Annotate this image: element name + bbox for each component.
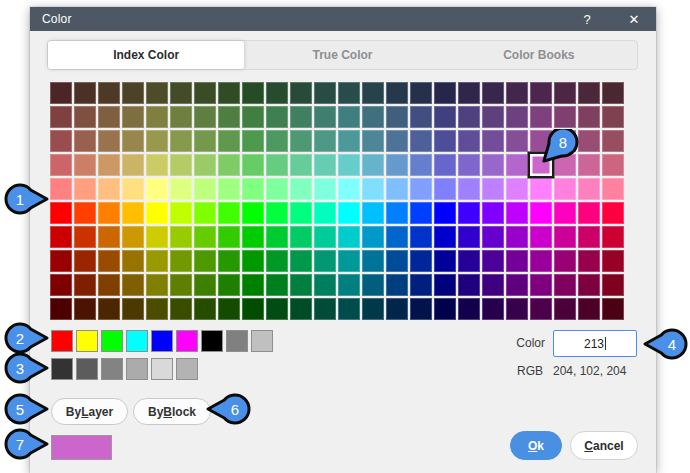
palette-swatch[interactable]	[146, 178, 168, 200]
palette-swatch[interactable]	[386, 82, 408, 104]
palette-swatch[interactable]	[122, 250, 144, 272]
palette-swatch[interactable]	[386, 298, 408, 320]
palette-swatch[interactable]	[434, 130, 456, 152]
palette-swatch[interactable]	[338, 82, 360, 104]
palette-swatch[interactable]	[338, 298, 360, 320]
palette-swatch[interactable]	[98, 178, 120, 200]
palette-swatch[interactable]	[578, 106, 600, 128]
palette-swatch[interactable]	[338, 274, 360, 296]
palette-swatch[interactable]	[602, 274, 624, 296]
color-index-input[interactable]: 213	[553, 330, 637, 357]
palette-swatch[interactable]	[266, 106, 288, 128]
palette-swatch[interactable]	[362, 178, 384, 200]
palette-swatch[interactable]	[554, 274, 576, 296]
palette-swatch[interactable]	[290, 130, 312, 152]
palette-swatch[interactable]	[266, 250, 288, 272]
palette-swatch[interactable]	[458, 226, 480, 248]
palette-swatch[interactable]	[50, 226, 72, 248]
palette-swatch[interactable]	[242, 178, 264, 200]
palette-swatch[interactable]	[50, 130, 72, 152]
palette-swatch[interactable]	[146, 226, 168, 248]
palette-swatch[interactable]	[218, 250, 240, 272]
palette-swatch[interactable]	[602, 178, 624, 200]
palette-swatch[interactable]	[290, 226, 312, 248]
palette-swatch[interactable]	[146, 154, 168, 176]
palette-swatch[interactable]	[602, 250, 624, 272]
palette-swatch[interactable]	[530, 250, 552, 272]
palette-swatch[interactable]	[530, 274, 552, 296]
palette-swatch[interactable]	[482, 106, 504, 128]
palette-swatch[interactable]	[530, 178, 552, 200]
palette-swatch[interactable]	[50, 178, 72, 200]
palette-swatch[interactable]	[362, 298, 384, 320]
palette-swatch[interactable]	[362, 82, 384, 104]
palette-swatch[interactable]	[314, 226, 336, 248]
palette-swatch[interactable]	[266, 82, 288, 104]
palette-swatch[interactable]	[146, 106, 168, 128]
palette-swatch[interactable]	[578, 178, 600, 200]
palette-swatch[interactable]	[530, 226, 552, 248]
palette-swatch[interactable]	[170, 298, 192, 320]
palette-swatch[interactable]	[578, 226, 600, 248]
palette-swatch[interactable]	[242, 154, 264, 176]
palette-swatch[interactable]	[530, 82, 552, 104]
palette-swatch[interactable]	[74, 82, 96, 104]
palette-swatch[interactable]	[218, 82, 240, 104]
bylayer-button[interactable]: ByLayer	[51, 398, 128, 425]
palette-swatch[interactable]	[194, 226, 216, 248]
standard-color-swatch[interactable]	[51, 330, 73, 352]
palette-swatch[interactable]	[506, 226, 528, 248]
palette-swatch[interactable]	[74, 202, 96, 224]
palette-swatch[interactable]	[506, 106, 528, 128]
palette-swatch[interactable]	[74, 274, 96, 296]
palette-swatch[interactable]	[458, 178, 480, 200]
palette-swatch[interactable]	[482, 178, 504, 200]
palette-swatch[interactable]	[290, 202, 312, 224]
palette-swatch[interactable]	[386, 202, 408, 224]
palette-swatch[interactable]	[506, 250, 528, 272]
palette-swatch[interactable]	[290, 106, 312, 128]
palette-swatch[interactable]	[74, 298, 96, 320]
palette-swatch[interactable]	[458, 202, 480, 224]
palette-swatch[interactable]	[410, 274, 432, 296]
gray-shade-swatch[interactable]	[51, 358, 73, 380]
palette-swatch[interactable]	[554, 250, 576, 272]
gray-shade-swatch[interactable]	[126, 358, 148, 380]
palette-swatch[interactable]	[362, 202, 384, 224]
palette-swatch[interactable]	[170, 106, 192, 128]
palette-swatch[interactable]	[314, 250, 336, 272]
palette-swatch[interactable]	[362, 250, 384, 272]
palette-swatch[interactable]	[98, 130, 120, 152]
palette-swatch[interactable]	[50, 250, 72, 272]
palette-swatch[interactable]	[602, 226, 624, 248]
palette-swatch[interactable]	[362, 274, 384, 296]
standard-color-swatch[interactable]	[151, 330, 173, 352]
palette-swatch[interactable]	[74, 106, 96, 128]
palette-swatch[interactable]	[218, 130, 240, 152]
palette-swatch[interactable]	[194, 178, 216, 200]
palette-swatch[interactable]	[482, 226, 504, 248]
palette-swatch[interactable]	[170, 130, 192, 152]
standard-color-swatch[interactable]	[226, 330, 248, 352]
palette-swatch[interactable]	[434, 154, 456, 176]
palette-swatch[interactable]	[338, 178, 360, 200]
standard-color-swatch[interactable]	[101, 330, 123, 352]
palette-swatch[interactable]	[194, 250, 216, 272]
palette-swatch[interactable]	[218, 298, 240, 320]
palette-swatch[interactable]	[602, 298, 624, 320]
palette-swatch[interactable]	[506, 202, 528, 224]
palette-swatch[interactable]	[266, 298, 288, 320]
palette-swatch[interactable]	[170, 82, 192, 104]
palette-swatch[interactable]	[194, 202, 216, 224]
palette-swatch[interactable]	[602, 130, 624, 152]
palette-swatch[interactable]	[338, 154, 360, 176]
palette-swatch[interactable]	[434, 274, 456, 296]
palette-swatch[interactable]	[530, 202, 552, 224]
palette-swatch[interactable]	[338, 106, 360, 128]
palette-swatch[interactable]	[482, 82, 504, 104]
palette-swatch[interactable]	[242, 106, 264, 128]
palette-swatch[interactable]	[170, 274, 192, 296]
palette-swatch[interactable]	[74, 178, 96, 200]
palette-swatch[interactable]	[386, 226, 408, 248]
palette-swatch[interactable]	[410, 106, 432, 128]
